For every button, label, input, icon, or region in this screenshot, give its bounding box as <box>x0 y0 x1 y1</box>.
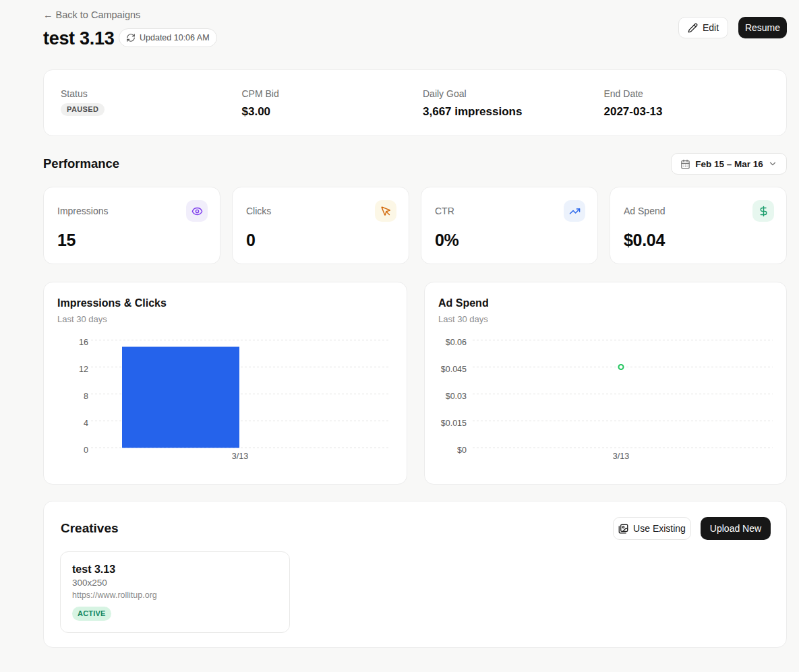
svg-text:16: 16 <box>79 338 88 347</box>
svg-text:$0.015: $0.015 <box>441 419 467 428</box>
svg-text:$0.06: $0.06 <box>446 338 467 347</box>
svg-text:$0.045: $0.045 <box>441 365 467 374</box>
svg-text:$0: $0 <box>457 446 467 455</box>
svg-text:3/13: 3/13 <box>613 452 629 461</box>
svg-text:0: 0 <box>84 446 88 455</box>
svg-text:4: 4 <box>84 419 88 428</box>
svg-text:8: 8 <box>84 392 88 401</box>
svg-text:$0.03: $0.03 <box>446 392 467 401</box>
svg-text:12: 12 <box>79 365 88 374</box>
svg-text:3/13: 3/13 <box>232 452 248 461</box>
